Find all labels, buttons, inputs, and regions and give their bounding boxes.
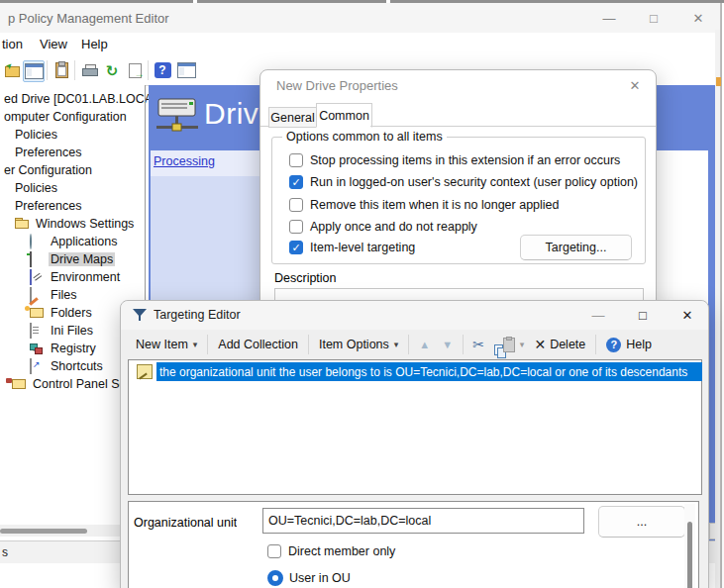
tree-item-shortcuts[interactable]: Shortcuts: [30, 357, 105, 375]
te-detail-pane: Organizational unit ... Direct member on…: [128, 501, 699, 588]
refresh-icon[interactable]: ↻: [102, 60, 122, 80]
toolbar-separator: [148, 60, 149, 80]
gpme-minimize-button[interactable]: —: [592, 7, 626, 29]
export-page-icon: [129, 63, 142, 78]
new-drive-properties-dialog: New Drive Properties ✕ General Common Op…: [259, 69, 657, 309]
tree-item-folders[interactable]: Folders: [30, 304, 94, 322]
te-minimize-button[interactable]: —: [582, 304, 614, 327]
tree-item-ini-files[interactable]: Ini Files: [30, 322, 95, 340]
targeting-item-text: the organizational unit the user belongs…: [156, 362, 702, 381]
move-down-icon[interactable]: ▼: [436, 339, 459, 350]
scrollbar-thumb[interactable]: [0, 529, 87, 534]
gpme-titlebar: p Policy Management Editor — □ ✕: [0, 3, 721, 33]
tree-item-preferences[interactable]: Preferences: [13, 197, 83, 215]
folders-icon: [30, 306, 45, 320]
tree-item-root[interactable]: ed Drive [DC01.LAB.LOCA: [2, 90, 155, 108]
toolbar-separator: [74, 60, 75, 80]
targeting-item-row[interactable]: the organizational unit the user belongs…: [131, 362, 702, 381]
add-collection-button[interactable]: Add Collection: [212, 333, 304, 356]
tree-item-policies[interactable]: Policies: [13, 126, 59, 144]
print-icon[interactable]: [79, 60, 99, 80]
printer-icon: [82, 64, 97, 76]
processing-link[interactable]: Processing: [154, 154, 215, 168]
new-item-button[interactable]: New Item ▾: [130, 333, 203, 356]
checkbox-unchecked-icon[interactable]: [289, 153, 303, 167]
console-window-icon: [25, 63, 44, 79]
gpme-maximize-button[interactable]: □: [637, 7, 671, 29]
tab-general[interactable]: General: [268, 107, 317, 128]
tree-item-user-configuration[interactable]: er Configuration: [2, 161, 94, 179]
description-label: Description: [274, 271, 337, 285]
control-panel-icon: [12, 377, 27, 391]
tree-item-files[interactable]: Files: [30, 286, 78, 304]
processing-row: Processing: [151, 150, 264, 176]
delete-button[interactable]: ✕ Delete: [528, 333, 591, 356]
props-close-button[interactable]: ✕: [620, 74, 650, 96]
te-close-button[interactable]: ✕: [672, 304, 703, 327]
browse-button[interactable]: ...: [598, 506, 685, 538]
detail-pane-scrollbar[interactable]: [684, 504, 695, 588]
folder-arrow-icon: [5, 64, 20, 76]
help-button[interactable]: ? Help: [600, 333, 658, 356]
clipboard-icon: [55, 62, 68, 78]
console-window-icon: [177, 62, 196, 78]
checkbox-checked-icon[interactable]: ✓: [289, 241, 303, 254]
cut-icon[interactable]: ✂: [467, 338, 489, 351]
option-apply-once[interactable]: Apply once and do not reapply: [289, 220, 477, 234]
tree-item-computer-configuration[interactable]: omputer Configuration: [2, 108, 129, 126]
background-icon-fragment: [716, 77, 721, 86]
checkbox-unchecked-icon[interactable]: [289, 220, 303, 234]
toolbar-separator: [463, 335, 464, 354]
tree-item-control-panel-settings[interactable]: Control Panel Sett: [12, 375, 135, 393]
paste-icon[interactable]: ▾: [499, 338, 529, 352]
ini-files-icon: [30, 324, 45, 338]
checkbox-unchecked-icon[interactable]: [289, 198, 303, 212]
option-remove-when-not-applied[interactable]: Remove this item when it is no longer ap…: [289, 198, 560, 212]
option-item-level-targeting[interactable]: ✓ Item-level targeting: [289, 241, 415, 254]
item-options-button[interactable]: Item Options ▾: [313, 333, 404, 356]
screen: p Policy Management Editor — □ ✕ tion Vi…: [0, 0, 724, 588]
te-maximize-button[interactable]: □: [627, 304, 659, 327]
export-list-icon[interactable]: [125, 60, 145, 80]
scrollbar-thumb[interactable]: [687, 522, 692, 588]
props-dialog-title: New Drive Properties: [276, 78, 398, 93]
menu-action[interactable]: tion: [2, 37, 23, 51]
tree-item-environment[interactable]: Environment: [30, 268, 122, 286]
option-run-in-user-context[interactable]: ✓ Run in logged-on user's security conte…: [289, 175, 638, 189]
tree-item-applications[interactable]: Applications: [30, 233, 119, 250]
tree-item-windows-settings[interactable]: Windows Settings: [15, 215, 136, 233]
chevron-down-icon: ▾: [520, 340, 525, 349]
targeting-items-list[interactable]: the organizational unit the user belongs…: [128, 359, 702, 495]
toolbar-separator: [308, 335, 309, 354]
move-up-icon[interactable]: ▲: [413, 339, 436, 350]
folder-icon: [15, 217, 30, 231]
delete-x-icon: ✕: [534, 338, 546, 351]
gpme-close-button[interactable]: ✕: [681, 7, 715, 29]
menu-view[interactable]: View: [40, 37, 67, 51]
new-window-icon[interactable]: [176, 60, 196, 80]
toolbar-separator: [595, 335, 596, 354]
direct-member-only-option[interactable]: Direct member only: [267, 544, 395, 558]
options-groupbox: Options common to all items Stop process…: [271, 137, 646, 264]
tree-item-preferences[interactable]: Preferences: [13, 144, 83, 161]
paste-clipboard-icon[interactable]: [52, 60, 71, 80]
organizational-unit-input[interactable]: [262, 508, 584, 534]
checkbox-checked-icon[interactable]: ✓: [289, 175, 303, 189]
console-tree-toggle-icon[interactable]: [23, 60, 45, 82]
menu-help[interactable]: Help: [81, 37, 108, 51]
checkbox-unchecked-icon[interactable]: [267, 544, 281, 558]
option-stop-processing[interactable]: Stop processing items in this extension …: [289, 153, 620, 167]
tree-item-registry[interactable]: ›Registry: [30, 340, 98, 357]
help-icon[interactable]: ?: [153, 60, 172, 80]
user-in-ou-option[interactable]: User in OU: [267, 570, 351, 586]
ou-criterion-icon: [137, 364, 153, 379]
targeting-editor-dialog: Targeting Editor — □ ✕ New Item ▾ Add Co…: [120, 300, 709, 588]
tree-item-drive-maps[interactable]: Drive Maps: [30, 250, 115, 268]
back-folder-icon[interactable]: [2, 60, 22, 80]
tab-common[interactable]: Common: [316, 103, 372, 128]
targeting-button[interactable]: Targeting...: [520, 235, 632, 260]
radio-selected-icon[interactable]: [267, 570, 283, 586]
tree-item-policies[interactable]: Policies: [13, 179, 59, 197]
refresh-arrow-icon: ↻: [106, 63, 119, 78]
drive-maps-header-icon: [156, 95, 200, 141]
